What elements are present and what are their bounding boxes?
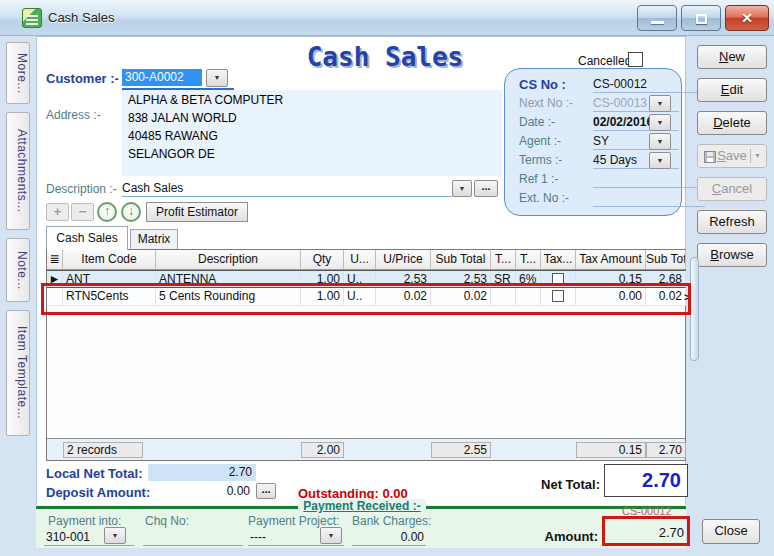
chevron-down-icon: ▼: [657, 100, 664, 107]
cell-uom[interactable]: U..: [344, 271, 376, 287]
next-no-dropdown-button[interactable]: ▼: [649, 95, 671, 112]
date-dropdown-button[interactable]: ▼: [649, 114, 671, 131]
delete-button[interactable]: Delete: [697, 111, 767, 135]
close-button[interactable]: Close: [702, 519, 760, 544]
edit-button[interactable]: Edit: [697, 78, 767, 102]
deposit-more-button[interactable]: ...: [256, 483, 276, 499]
description-more-button[interactable]: ...: [474, 180, 498, 197]
col-sub-total[interactable]: Sub Total: [431, 250, 491, 269]
move-down-button[interactable]: ↓: [121, 202, 141, 222]
customer-code-field[interactable]: 300-A0002: [122, 69, 202, 86]
sidebar-tab-attachments-label: Attachments...: [15, 129, 29, 213]
cs-no-value: CS-00012: [593, 77, 705, 93]
tab-cash-sales[interactable]: Cash Sales: [46, 226, 128, 250]
col-u-price[interactable]: U/Price: [376, 250, 431, 269]
description-dropdown-button[interactable]: ▼: [452, 180, 472, 197]
agent-dropdown-button[interactable]: ▼: [649, 133, 671, 150]
customer-dropdown-button[interactable]: ▼: [206, 69, 228, 87]
col-description[interactable]: Description: [156, 250, 301, 269]
tax-inclusive-checkbox[interactable]: [552, 290, 564, 302]
grid-vertical-scrollbar[interactable]: [690, 257, 699, 361]
maximize-button[interactable]: [681, 5, 721, 31]
cancel-button[interactable]: Cancel: [697, 177, 767, 201]
cell-tax-rate[interactable]: [516, 288, 541, 306]
col-tax-amount[interactable]: Tax Amount: [576, 250, 646, 269]
description-field[interactable]: Cash Sales: [122, 181, 452, 197]
profit-estimator-button[interactable]: Profit Estimator: [146, 202, 248, 222]
ext-no-field[interactable]: [593, 191, 705, 207]
cell-uom[interactable]: U..: [344, 288, 376, 306]
title-bar[interactable]: Cash Sales ✕: [0, 0, 774, 36]
browse-button[interactable]: Browse: [697, 243, 767, 267]
cell-qty[interactable]: 1.00: [301, 288, 344, 306]
payment-into-field[interactable]: 310-001: [46, 530, 90, 544]
chq-no-underline: [143, 545, 243, 546]
payment-project-underline: [248, 545, 344, 546]
cell-description[interactable]: 5 Cents Rounding: [156, 288, 301, 306]
cell-u-price[interactable]: 0.02: [376, 288, 431, 306]
cell-sub-total-tax[interactable]: 2.68: [646, 271, 686, 287]
cell-tax-inclusive[interactable]: [541, 288, 576, 306]
sidebar-tab-item-template[interactable]: Item Template...: [6, 310, 30, 436]
cell-qty[interactable]: 1.00: [301, 271, 344, 287]
agent-label: Agent :-: [519, 134, 561, 148]
col-tax-inclusive[interactable]: Tax...: [541, 250, 576, 269]
agent-row: Agent :- SY ▼: [517, 132, 671, 151]
sidebar-tab-attachments[interactable]: Attachments...: [6, 112, 30, 230]
refresh-button[interactable]: Refresh: [697, 210, 767, 234]
payment-project-dropdown-button[interactable]: ▼: [320, 527, 342, 544]
payment-received-title: Payment Received :-: [298, 499, 426, 513]
amount-field[interactable]: 2.70: [606, 525, 684, 540]
minimize-button[interactable]: [637, 5, 677, 31]
ref1-row: Ref 1 :-: [517, 170, 671, 189]
sidebar-tab-more[interactable]: More...: [6, 42, 30, 104]
payment-project-label: Payment Project:: [248, 514, 339, 528]
sidebar-tab-note[interactable]: Note...: [6, 238, 30, 302]
ext-no-row: Ext. No :-: [517, 189, 671, 208]
bank-charges-field[interactable]: 0.00: [352, 530, 424, 544]
move-up-button[interactable]: ↑: [97, 202, 117, 222]
cell-tax-code[interactable]: [491, 288, 516, 306]
payment-into-dropdown-button[interactable]: ▼: [104, 527, 126, 544]
cell-tax-code[interactable]: SR: [491, 271, 516, 287]
cell-sub-total[interactable]: 0.02: [431, 288, 491, 306]
remove-row-button[interactable]: −: [71, 203, 94, 221]
cell-sub-total-tax[interactable]: 0.02: [646, 288, 686, 306]
cell-item-code[interactable]: ANT: [63, 271, 156, 287]
cell-tax-rate[interactable]: 6%: [516, 271, 541, 287]
col-qty[interactable]: Qty: [301, 250, 344, 269]
cs-no-label: CS No :: [519, 77, 566, 92]
cell-item-code[interactable]: RTN5Cents: [63, 288, 156, 306]
chevron-down-icon: ▼: [214, 74, 221, 81]
grid-menu-icon[interactable]: ≣: [47, 250, 63, 269]
close-button-titlebar[interactable]: ✕: [725, 5, 769, 31]
save-button-label: Save: [717, 148, 747, 163]
col-tax-code[interactable]: T...: [491, 250, 516, 269]
bank-charges-label: Bank Charges:: [352, 514, 431, 528]
tab-matrix[interactable]: Matrix: [130, 229, 178, 250]
terms-dropdown-button[interactable]: ▼: [649, 152, 671, 169]
cell-sub-total[interactable]: 2.53: [431, 271, 491, 287]
col-sub-total-tax[interactable]: Sub Total ...: [646, 250, 686, 269]
cell-tax-amount[interactable]: 0.00: [576, 288, 646, 306]
col-tax-rate[interactable]: T...: [516, 250, 541, 269]
cell-description[interactable]: ANTENNA: [156, 271, 301, 287]
col-uom[interactable]: U...: [344, 250, 376, 269]
table-row[interactable]: ► ANT ANTENNA 1.00 U.. 2.53 2.53 SR 6% 0…: [47, 270, 685, 288]
chevron-down-icon: ▼: [754, 152, 761, 159]
cell-u-price[interactable]: 2.53: [376, 271, 431, 287]
cell-tax-amount[interactable]: 0.15: [576, 271, 646, 287]
new-button[interactable]: New: [697, 45, 767, 69]
cancelled-checkbox[interactable]: [628, 52, 643, 67]
payment-project-field[interactable]: ----: [250, 530, 266, 544]
tax-inclusive-checkbox[interactable]: [552, 273, 564, 285]
cell-tax-inclusive[interactable]: [541, 271, 576, 287]
add-row-button[interactable]: +: [46, 203, 69, 221]
col-item-code[interactable]: Item Code: [63, 250, 156, 269]
table-row[interactable]: RTN5Cents 5 Cents Rounding 1.00 U.. 0.02…: [47, 288, 685, 306]
ref1-field[interactable]: [593, 172, 705, 188]
chevron-down-icon: ▼: [657, 138, 664, 145]
deposit-amount-field[interactable]: 0.00: [150, 484, 250, 498]
save-button[interactable]: Save ▼: [697, 144, 767, 168]
save-dropdown-button[interactable]: ▼: [750, 149, 764, 163]
